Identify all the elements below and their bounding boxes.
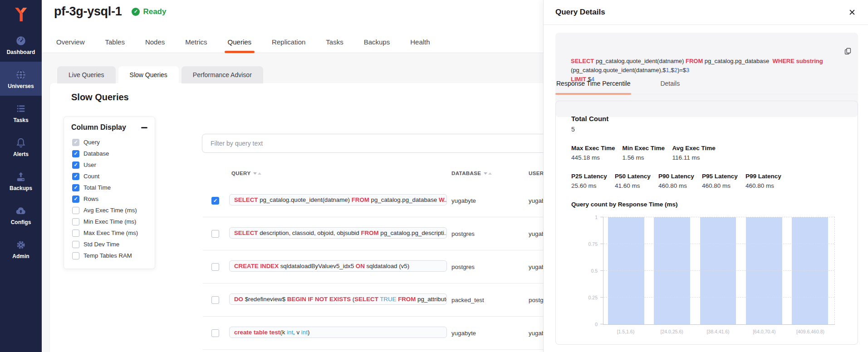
sql-segment: 2 bbox=[674, 67, 677, 73]
column-option-user[interactable]: User bbox=[71, 159, 147, 171]
sidebar-item-dashboard[interactable]: Dashboard bbox=[0, 28, 42, 62]
stat-value: 116.11 ms bbox=[672, 154, 716, 161]
sidebar-item-configs[interactable]: Configs bbox=[0, 198, 42, 232]
query-filter-input[interactable] bbox=[202, 134, 551, 153]
gridline bbox=[603, 244, 834, 244]
column-header-user[interactable]: USER bbox=[529, 171, 544, 176]
sidebar-item-label: Backups bbox=[10, 185, 32, 191]
sql-segment: SELECT bbox=[571, 58, 594, 64]
tab-backups[interactable]: Backups bbox=[363, 38, 391, 53]
column-option-total-time[interactable]: Total Time bbox=[71, 182, 147, 193]
checkbox[interactable] bbox=[72, 139, 79, 146]
tab-metrics[interactable]: Metrics bbox=[184, 38, 208, 53]
panel-tab-details[interactable]: Details bbox=[659, 77, 681, 94]
query-cell[interactable]: create table test(k int, v int) bbox=[229, 327, 447, 338]
tab-health[interactable]: Health bbox=[409, 38, 431, 53]
y-tick-label: 1 bbox=[595, 215, 598, 220]
slow-queries-title: Slow Queries bbox=[71, 92, 129, 103]
checkbox[interactable] bbox=[72, 241, 79, 248]
query-details-panel: Query Details SELECT pg_catalog.quote_id… bbox=[543, 0, 868, 352]
subtab-live-queries[interactable]: Live Queries bbox=[57, 66, 116, 83]
column-header-database[interactable]: DATABASE bbox=[451, 171, 492, 176]
column-option-std-dev-time[interactable]: Std Dev Time bbox=[71, 239, 147, 250]
stat-value: 445.18 ms bbox=[571, 154, 615, 161]
panel-tab-response-time-percentile[interactable]: Response Time Percentile bbox=[555, 77, 631, 94]
yugabyte-logo-icon[interactable] bbox=[10, 4, 31, 25]
checkbox[interactable] bbox=[72, 252, 79, 259]
column-option-label: Database bbox=[83, 150, 109, 157]
sql-segment: TRUE bbox=[380, 296, 396, 303]
column-option-avg-exec-time-ms[interactable]: Avg Exec Time (ms) bbox=[71, 205, 147, 216]
column-display-options: QueryDatabaseUserCountTotal TimeRowsAvg … bbox=[71, 137, 147, 261]
sql-segment: 1 bbox=[666, 67, 669, 73]
subtab-performance-advisor[interactable]: Performance Advisor bbox=[181, 66, 263, 83]
column-option-database[interactable]: Database bbox=[71, 148, 147, 159]
close-icon[interactable] bbox=[847, 7, 857, 17]
column-option-query[interactable]: Query bbox=[71, 137, 147, 148]
sql-segment: pg_catalog.quote_ident(datname) bbox=[258, 196, 351, 203]
tab-replication[interactable]: Replication bbox=[271, 38, 306, 53]
column-option-rows[interactable]: Rows bbox=[71, 193, 147, 205]
x-tick-label: [1.5,1.6) bbox=[608, 329, 644, 334]
tab-nodes[interactable]: Nodes bbox=[144, 38, 166, 53]
checkbox[interactable] bbox=[72, 230, 79, 237]
stat-label: P95 Latency bbox=[702, 173, 738, 180]
checkbox[interactable] bbox=[72, 161, 79, 169]
checkbox[interactable] bbox=[72, 150, 79, 157]
tab-overview[interactable]: Overview bbox=[55, 38, 86, 53]
checkbox[interactable] bbox=[72, 173, 79, 180]
gridline bbox=[603, 270, 834, 271]
sql-segment: CREATE INDEX bbox=[234, 263, 279, 269]
sql-segment: int bbox=[287, 329, 293, 336]
stat-p95-latency: P95 Latency460.80 ms bbox=[702, 173, 738, 189]
upload-drive-icon bbox=[15, 171, 27, 183]
checkbox[interactable] bbox=[72, 207, 79, 214]
row-checkbox[interactable] bbox=[211, 197, 219, 205]
sql-segment: ON bbox=[356, 263, 365, 269]
column-option-label: User bbox=[83, 161, 96, 168]
tab-queries[interactable]: Queries bbox=[227, 38, 253, 53]
check-circle-icon: ✓ bbox=[132, 8, 140, 16]
status-label: Ready bbox=[143, 7, 166, 16]
row-checkbox[interactable] bbox=[211, 230, 219, 238]
chart-bar-3 bbox=[700, 217, 736, 324]
column-option-max-exec-time-ms[interactable]: Max Exec Time (ms) bbox=[71, 227, 147, 239]
sidebar-item-universes[interactable]: Universes bbox=[0, 62, 42, 96]
query-cell[interactable]: DO $redefineview$ BEGIN IF NOT EXISTS (S… bbox=[229, 293, 447, 305]
stat-label: P99 Latency bbox=[745, 173, 782, 180]
tab-label: Nodes bbox=[145, 38, 165, 46]
minus-icon[interactable] bbox=[141, 127, 147, 128]
sidebar-item-tasks[interactable]: Tasks bbox=[0, 96, 42, 130]
query-cell[interactable]: CREATE INDEX sqldataloadByValuev5_idx5 O… bbox=[229, 260, 447, 272]
sidebar-item-admin[interactable]: Admin bbox=[0, 232, 42, 266]
x-tick-label: [38.4,41.6) bbox=[700, 329, 736, 334]
sql-segment: FROM bbox=[361, 230, 378, 236]
sidebar-item-backups[interactable]: Backups bbox=[0, 164, 42, 198]
tab-tables[interactable]: Tables bbox=[104, 38, 126, 53]
sidebar-item-alerts[interactable]: Alerts bbox=[0, 130, 42, 164]
query-cell[interactable]: SELECT description, classoid, objoid, ob… bbox=[229, 227, 447, 239]
checkbox[interactable] bbox=[72, 218, 79, 225]
stat-value: 460.80 ms bbox=[702, 182, 738, 189]
query-cell[interactable]: SELECT pg_catalog.quote_ident(datname) F… bbox=[229, 194, 447, 205]
row-checkbox[interactable] bbox=[211, 263, 219, 271]
column-option-temp-tables-ram[interactable]: Temp Tables RAM bbox=[71, 250, 147, 261]
checkbox[interactable] bbox=[72, 184, 79, 191]
column-option-count[interactable]: Count bbox=[71, 171, 147, 182]
globe-icon bbox=[15, 69, 27, 81]
cloud-upload-icon bbox=[15, 205, 27, 217]
database-cell: postgres bbox=[451, 264, 475, 270]
sql-segment: ,$ bbox=[669, 67, 674, 73]
column-option-min-exec-time-ms[interactable]: Min Exec Time (ms) bbox=[71, 216, 147, 227]
copy-icon[interactable] bbox=[834, 38, 852, 67]
sort-icons[interactable] bbox=[484, 172, 492, 175]
sort-icons[interactable] bbox=[253, 172, 261, 175]
row-checkbox[interactable] bbox=[211, 296, 219, 304]
chart-bar-4 bbox=[746, 217, 782, 324]
row-checkbox[interactable] bbox=[211, 329, 219, 337]
subtab-slow-queries[interactable]: Slow Queries bbox=[118, 66, 179, 83]
column-header-query[interactable]: QUERY bbox=[231, 171, 261, 176]
tab-tasks[interactable]: Tasks bbox=[325, 38, 344, 53]
checkbox[interactable] bbox=[72, 196, 79, 203]
sql-segment: )=$ bbox=[677, 67, 686, 73]
